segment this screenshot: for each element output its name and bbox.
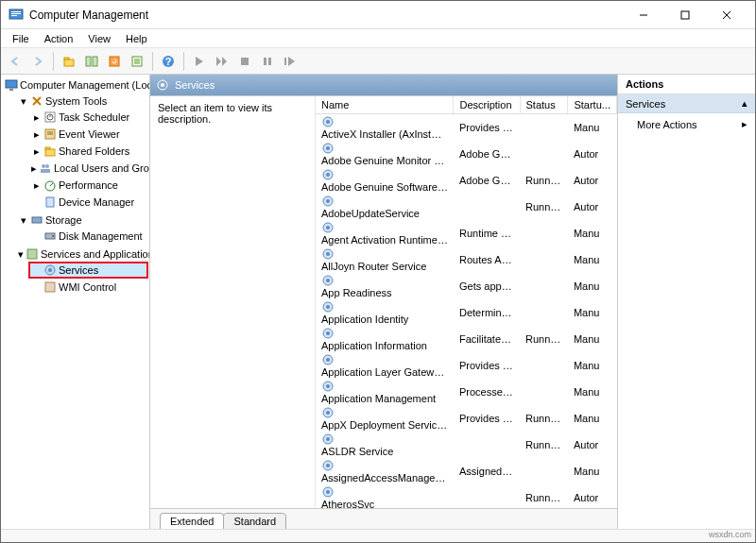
service-row[interactable]: Application Management Processes in... M… xyxy=(316,379,617,405)
pause-service-button xyxy=(257,51,278,72)
service-row[interactable]: Application Layer Gateway S... Provides … xyxy=(316,352,617,379)
tree-services-apps[interactable]: ▾ Services and Applications xyxy=(16,246,147,262)
tree-system-tools[interactable]: ▾ System Tools xyxy=(16,93,147,109)
actions-heading: Actions xyxy=(618,75,755,94)
svg-rect-11 xyxy=(93,57,97,66)
tree-item-device-manager[interactable]: ▸ Device Manager xyxy=(29,195,147,210)
tree-item-task-scheduler[interactable]: ▸ Task Scheduler xyxy=(29,110,147,125)
svg-point-49 xyxy=(326,120,330,124)
tree-storage[interactable]: ▾ Storage xyxy=(16,212,147,228)
service-row[interactable]: AssignedAccessManager Ser... AssignedAcc… xyxy=(316,458,617,484)
svg-point-65 xyxy=(326,331,330,335)
tree-item-icon xyxy=(43,110,57,124)
actions-group-services[interactable]: Services ▴ xyxy=(618,94,755,113)
service-desc: Runtime for ... xyxy=(454,220,520,246)
service-startup: Manu xyxy=(568,326,617,352)
menu-view[interactable]: View xyxy=(82,31,116,46)
tree-item-label: Event Viewer xyxy=(59,128,120,140)
tab-extended[interactable]: Extended xyxy=(160,513,224,529)
chevron-right-icon: ▸ xyxy=(742,118,747,130)
service-status xyxy=(520,299,568,326)
service-row[interactable]: App Readiness Gets apps re... Manu xyxy=(316,273,617,299)
tree-item-local-users-and-groups[interactable]: ▸ Local Users and Groups xyxy=(29,161,147,176)
service-row[interactable]: Agent Activation Runtime_e... Runtime fo… xyxy=(316,220,617,246)
tree-item-performance[interactable]: ▸ Performance xyxy=(29,178,147,193)
export-list-button[interactable] xyxy=(127,51,147,72)
up-button[interactable] xyxy=(59,51,79,72)
service-row[interactable]: Adobe Genuine Monitor Ser... Adobe Genui… xyxy=(316,141,617,167)
svg-point-55 xyxy=(326,199,330,203)
column-name[interactable]: Name xyxy=(316,96,454,114)
service-name: Application Identity xyxy=(316,299,454,326)
menu-action[interactable]: Action xyxy=(39,31,79,46)
toolbar: ? xyxy=(1,48,755,75)
service-desc xyxy=(454,484,520,508)
service-desc: Determines ... xyxy=(454,299,520,326)
tree-item-wmi-control[interactable]: ▸ WMI Control xyxy=(29,280,147,295)
tree-item-event-viewer[interactable]: ▸ Event Viewer xyxy=(29,127,147,142)
menu-help[interactable]: Help xyxy=(120,31,153,46)
tree-item-services[interactable]: ▸ Services xyxy=(29,263,147,278)
tree-root[interactable]: Computer Management (Local) xyxy=(3,77,147,93)
chevron-right-icon[interactable]: ▸ xyxy=(31,146,42,157)
service-name: Application Layer Gateway S... xyxy=(316,352,454,379)
navigation-tree[interactable]: Computer Management (Local) ▾ System Too… xyxy=(1,75,150,529)
services-list[interactable]: Name Description Status Startu... Active… xyxy=(316,96,617,508)
chevron-right-icon[interactable]: ▸ xyxy=(31,163,37,174)
service-row[interactable]: Application Identity Determines ... Manu xyxy=(316,299,617,326)
column-status[interactable]: Status xyxy=(520,96,568,114)
tree-item-shared-folders[interactable]: ▸ Shared Folders xyxy=(29,144,147,159)
column-startup[interactable]: Startu... xyxy=(568,96,617,114)
service-name: AllJoyn Router Service xyxy=(316,246,454,273)
refresh-button[interactable] xyxy=(104,51,125,72)
service-status: Running xyxy=(520,167,568,194)
services-header-label: Services xyxy=(175,79,215,91)
expand-icon[interactable]: ▾ xyxy=(18,96,28,107)
chevron-right-icon[interactable]: ▸ xyxy=(31,129,42,140)
service-row[interactable]: AppX Deployment Service (A... Provides i… xyxy=(316,405,617,432)
service-desc: Provides infr... xyxy=(454,405,520,432)
gear-icon xyxy=(156,78,169,92)
app-icon xyxy=(9,8,24,23)
menu-file[interactable]: File xyxy=(7,31,35,46)
service-row[interactable]: AtherosSvc Running Autor xyxy=(316,484,617,508)
service-startup: Manu xyxy=(568,352,617,379)
maximize-button[interactable] xyxy=(664,2,706,28)
toolbar-separator xyxy=(152,52,153,71)
tab-standard[interactable]: Standard xyxy=(223,513,286,529)
tree-item-icon xyxy=(39,161,52,175)
service-desc: Provides Use... xyxy=(454,114,520,142)
service-name: AdobeUpdateService xyxy=(316,194,454,220)
expand-icon[interactable]: ▾ xyxy=(18,249,24,260)
tree-item-disk-management[interactable]: ▸ Disk Management xyxy=(29,229,147,244)
service-row[interactable]: Application Information Facilitates th..… xyxy=(316,326,617,352)
service-row[interactable]: ASLDR Service Running Autor xyxy=(316,432,617,458)
service-row[interactable]: AdobeUpdateService Running Autor xyxy=(316,194,617,220)
close-button[interactable] xyxy=(706,2,747,28)
chevron-right-icon[interactable]: ▸ xyxy=(31,180,42,191)
service-row[interactable]: Adobe Genuine Software Int... Adobe Genu… xyxy=(316,167,617,194)
description-pane: Select an item to view its description. xyxy=(150,96,316,508)
svg-rect-24 xyxy=(9,89,13,91)
tree-item-label: Shared Folders xyxy=(59,145,129,157)
svg-point-34 xyxy=(45,164,49,168)
service-desc: Facilitates th... xyxy=(454,326,520,352)
service-row[interactable]: ActiveX Installer (AxInstSV) Provides Us… xyxy=(316,114,617,142)
expand-icon[interactable]: ▾ xyxy=(18,215,28,226)
action-more-actions[interactable]: More Actions ▸ xyxy=(618,113,755,135)
column-description[interactable]: Description xyxy=(454,96,520,114)
tree-item-icon xyxy=(43,229,57,243)
service-row[interactable]: AllJoyn Router Service Routes AllJo... M… xyxy=(316,246,617,273)
chevron-right-icon[interactable]: ▸ xyxy=(31,112,42,123)
help-button[interactable]: ? xyxy=(158,51,179,72)
service-status xyxy=(520,273,568,299)
show-hide-button[interactable] xyxy=(81,51,102,72)
svg-point-44 xyxy=(48,268,52,272)
action-label: More Actions xyxy=(637,119,697,130)
toolbar-separator xyxy=(183,52,184,71)
minimize-button[interactable] xyxy=(623,2,664,28)
svg-point-47 xyxy=(161,83,164,87)
svg-rect-21 xyxy=(268,58,271,65)
svg-line-37 xyxy=(50,183,53,186)
service-status xyxy=(520,352,568,379)
